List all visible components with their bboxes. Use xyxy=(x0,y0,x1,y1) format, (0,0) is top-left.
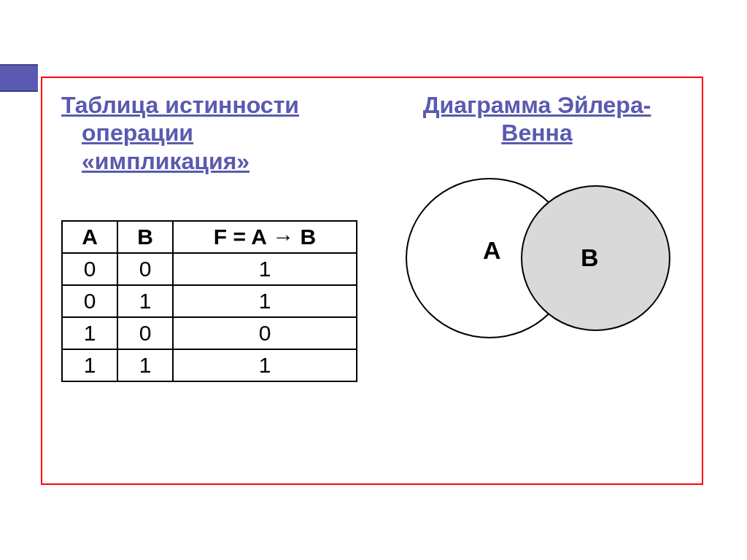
cell-f: 1 xyxy=(173,349,357,381)
table-header-row: A B F = A → B xyxy=(62,221,357,253)
right-heading-line2: Венна xyxy=(501,120,572,146)
slide: Таблица истинности операции «импликация»… xyxy=(0,0,747,560)
decorative-stripe xyxy=(0,64,38,92)
table-row: 0 1 1 xyxy=(62,285,357,317)
cell-f: 1 xyxy=(173,285,357,317)
venn-diagram: A B xyxy=(398,174,676,363)
venn-label-a: A xyxy=(483,236,501,265)
cell-f: 1 xyxy=(173,253,357,285)
col-header-a: A xyxy=(62,221,117,253)
venn-label-b: B xyxy=(581,244,599,272)
left-heading-line1: Таблица истинности xyxy=(61,92,299,118)
right-heading-line1: Диаграмма Эйлера- xyxy=(423,92,651,118)
col-header-b: B xyxy=(117,221,173,253)
cell-b: 1 xyxy=(117,285,173,317)
cell-b: 0 xyxy=(117,253,173,285)
cell-a: 1 xyxy=(62,349,117,381)
left-heading: Таблица истинности операции «импликация» xyxy=(57,91,357,175)
right-column: Диаграмма Эйлера- Венна A B xyxy=(372,78,702,483)
left-heading-line3: «импликация» xyxy=(82,148,249,174)
cell-f: 0 xyxy=(173,317,357,349)
truth-table: A B F = A → B 0 0 1 0 1 xyxy=(61,220,357,382)
cell-b: 1 xyxy=(117,349,173,381)
columns: Таблица истинности операции «импликация»… xyxy=(42,78,702,483)
left-column: Таблица истинности операции «импликация»… xyxy=(42,78,372,483)
cell-b: 0 xyxy=(117,317,173,349)
col-header-f: F = A → B xyxy=(173,221,357,253)
table-row: 1 0 0 xyxy=(62,317,357,349)
table-row: 0 0 1 xyxy=(62,253,357,285)
right-heading: Диаграмма Эйлера- Венна xyxy=(387,91,687,147)
cell-a: 0 xyxy=(62,285,117,317)
table-row: 1 1 1 xyxy=(62,349,357,381)
content-box: Таблица истинности операции «импликация»… xyxy=(41,77,703,485)
left-heading-line2: операции xyxy=(82,120,193,146)
cell-a: 0 xyxy=(62,253,117,285)
cell-a: 1 xyxy=(62,317,117,349)
